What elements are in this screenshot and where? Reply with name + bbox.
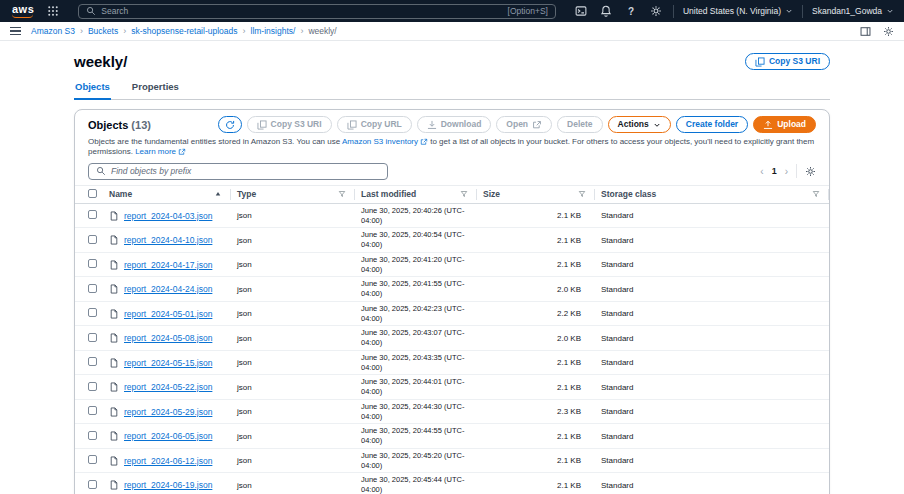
- global-search-input[interactable]: [101, 6, 502, 16]
- breadcrumb-link[interactable]: Buckets: [88, 26, 118, 36]
- object-name-link[interactable]: report_2024-05-22.json: [124, 382, 212, 392]
- object-type: json: [231, 375, 355, 400]
- page-settings-gear-icon[interactable]: [883, 26, 894, 37]
- find-objects-search[interactable]: [88, 163, 388, 180]
- row-checkbox[interactable]: [88, 333, 97, 342]
- object-name-link[interactable]: report_2024-04-17.json: [124, 260, 212, 270]
- caret-down-icon: [653, 121, 661, 129]
- tab-objects[interactable]: Objects: [74, 78, 111, 100]
- object-storage-class: Standard: [595, 350, 829, 375]
- cloudshell-terminal-icon[interactable]: [573, 3, 589, 19]
- object-last-modified: June 30, 2025, 20:44:30 (UTC-04:00): [361, 402, 471, 422]
- object-name-link[interactable]: report_2024-06-12.json: [124, 456, 212, 466]
- row-checkbox[interactable]: [88, 406, 97, 415]
- help-icon[interactable]: ?: [623, 3, 639, 19]
- object-row: report_2024-05-08.json json June 30, 202…: [75, 326, 829, 351]
- breadcrumb-item[interactable]: sk-shopsense-retail-uploads›: [131, 26, 250, 36]
- global-search[interactable]: [Option+S]: [78, 4, 556, 19]
- breadcrumb-item[interactable]: Buckets›: [88, 26, 131, 36]
- tab-properties[interactable]: Properties: [131, 78, 180, 99]
- object-size: 2.1 KB: [477, 203, 595, 228]
- row-checkbox[interactable]: [88, 235, 97, 244]
- download-button[interactable]: Download: [417, 116, 492, 133]
- account-menu[interactable]: Skandan1_Gowda: [812, 6, 894, 16]
- object-name-link[interactable]: report_2024-04-10.json: [124, 235, 212, 245]
- breadcrumb-item[interactable]: Amazon S3›: [31, 26, 88, 36]
- object-row: report_2024-04-24.json json June 30, 202…: [75, 277, 829, 302]
- select-all-checkbox[interactable]: [88, 189, 97, 198]
- row-checkbox[interactable]: [88, 382, 97, 391]
- object-last-modified: June 30, 2025, 20:42:23 (UTC-04:00): [361, 304, 471, 324]
- object-name-link[interactable]: report_2024-05-08.json: [124, 333, 212, 343]
- object-type: json: [231, 448, 355, 473]
- breadcrumb-item[interactable]: llm-insights/›: [251, 26, 309, 36]
- copy-icon: [257, 120, 267, 130]
- find-objects-input[interactable]: [111, 166, 380, 176]
- object-name-link[interactable]: report_2024-05-01.json: [124, 309, 212, 319]
- object-type: json: [231, 228, 355, 253]
- filter-icon[interactable]: [812, 190, 820, 198]
- column-header-size[interactable]: Size: [477, 185, 595, 203]
- filter-icon[interactable]: [578, 190, 586, 198]
- object-name-link[interactable]: report_2024-06-05.json: [124, 431, 212, 441]
- filter-icon[interactable]: [460, 190, 468, 198]
- row-checkbox[interactable]: [88, 210, 97, 219]
- notifications-bell-icon[interactable]: [598, 3, 614, 19]
- breadcrumb-item[interactable]: weekly/›: [308, 26, 336, 36]
- actions-dropdown-button[interactable]: Actions: [608, 116, 671, 133]
- current-page[interactable]: 1: [772, 166, 777, 176]
- object-row: report_2024-04-17.json json June 30, 202…: [75, 252, 829, 277]
- region-label: United States (N. Virginia): [683, 6, 781, 16]
- previous-page-button[interactable]: ‹: [760, 166, 763, 177]
- row-checkbox[interactable]: [88, 284, 97, 293]
- split-panel-icon[interactable]: [860, 26, 871, 37]
- services-grid-icon[interactable]: [45, 3, 61, 19]
- aws-logo[interactable]: aws: [10, 4, 36, 18]
- column-header-storage-class[interactable]: Storage class: [595, 185, 829, 203]
- row-checkbox[interactable]: [88, 357, 97, 366]
- create-folder-button[interactable]: Create folder: [676, 116, 748, 133]
- breadcrumb-link[interactable]: weekly/: [308, 26, 336, 36]
- object-type: json: [231, 399, 355, 424]
- column-header-type[interactable]: Type: [231, 185, 355, 203]
- objects-panel-title: Objects: [88, 119, 128, 131]
- object-name-link[interactable]: report_2024-04-24.json: [124, 284, 212, 294]
- delete-button[interactable]: Delete: [557, 116, 603, 133]
- copy-s3-uri-button[interactable]: Copy S3 URI: [247, 116, 332, 133]
- copy-icon: [755, 57, 765, 67]
- sidebar-toggle-hamburger-icon[interactable]: [10, 27, 22, 36]
- object-name-link[interactable]: report_2024-06-19.json: [124, 480, 212, 490]
- filter-icon[interactable]: [338, 190, 346, 198]
- row-checkbox[interactable]: [88, 480, 97, 489]
- copy-s3-uri-header-button[interactable]: Copy S3 URI: [745, 53, 830, 70]
- column-header-last-modified[interactable]: Last modified: [355, 185, 477, 203]
- object-size: 2.1 KB: [477, 473, 595, 494]
- copy-url-button[interactable]: Copy URL: [337, 116, 412, 133]
- object-last-modified: June 30, 2025, 20:40:26 (UTC-04:00): [361, 206, 471, 226]
- object-row: report_2024-04-03.json json June 30, 202…: [75, 203, 829, 228]
- column-header-name[interactable]: Name: [103, 185, 231, 203]
- search-icon: [96, 166, 106, 176]
- row-checkbox[interactable]: [88, 259, 97, 268]
- row-checkbox[interactable]: [88, 308, 97, 317]
- row-checkbox[interactable]: [88, 431, 97, 440]
- settings-gear-icon[interactable]: [648, 3, 664, 19]
- refresh-button[interactable]: [218, 116, 242, 133]
- breadcrumb-separator: ›: [123, 26, 126, 36]
- object-name-link[interactable]: report_2024-05-15.json: [124, 358, 212, 368]
- object-size: 2.2 KB: [477, 301, 595, 326]
- learn-more-link[interactable]: Learn more: [135, 147, 186, 156]
- region-selector[interactable]: United States (N. Virginia): [683, 6, 793, 16]
- objects-table-body: report_2024-04-03.json json June 30, 202…: [75, 203, 829, 494]
- open-button[interactable]: Open: [496, 116, 552, 133]
- row-checkbox[interactable]: [88, 455, 97, 464]
- s3-inventory-link[interactable]: Amazon S3 inventory: [342, 137, 428, 146]
- next-page-button[interactable]: ›: [785, 166, 788, 177]
- object-name-link[interactable]: report_2024-05-29.json: [124, 407, 212, 417]
- table-preferences-gear-icon[interactable]: [805, 166, 816, 177]
- breadcrumb-link[interactable]: sk-shopsense-retail-uploads: [131, 26, 237, 36]
- upload-button[interactable]: Upload: [753, 116, 816, 133]
- breadcrumb-link[interactable]: Amazon S3: [31, 26, 75, 36]
- object-name-link[interactable]: report_2024-04-03.json: [124, 211, 212, 221]
- breadcrumb-link[interactable]: llm-insights/: [251, 26, 296, 36]
